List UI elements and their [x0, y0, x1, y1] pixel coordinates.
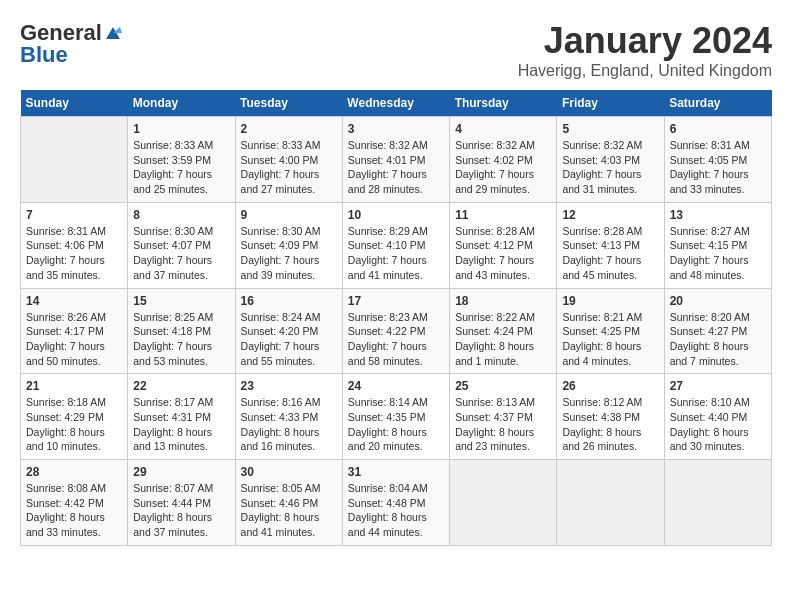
day-number: 2 [241, 122, 337, 136]
calendar-cell [557, 460, 664, 546]
sunrise-text: Sunrise: 8:23 AM [348, 311, 428, 323]
weekday-header-thursday: Thursday [450, 90, 557, 117]
day-info: Sunrise: 8:13 AM Sunset: 4:37 PM Dayligh… [455, 395, 551, 454]
sunset-text: Sunset: 4:13 PM [562, 239, 640, 251]
calendar-cell: 16 Sunrise: 8:24 AM Sunset: 4:20 PM Dayl… [235, 288, 342, 374]
page-header: General Blue January 2024 Haverigg, Engl… [20, 20, 772, 80]
day-number: 15 [133, 294, 229, 308]
sunset-text: Sunset: 4:38 PM [562, 411, 640, 423]
calendar-week-row: 14 Sunrise: 8:26 AM Sunset: 4:17 PM Dayl… [21, 288, 772, 374]
day-info: Sunrise: 8:12 AM Sunset: 4:38 PM Dayligh… [562, 395, 658, 454]
daylight-text: Daylight: 7 hours and 53 minutes. [133, 340, 212, 367]
day-info: Sunrise: 8:24 AM Sunset: 4:20 PM Dayligh… [241, 310, 337, 369]
sunrise-text: Sunrise: 8:05 AM [241, 482, 321, 494]
sunrise-text: Sunrise: 8:32 AM [348, 139, 428, 151]
calendar-cell: 2 Sunrise: 8:33 AM Sunset: 4:00 PM Dayli… [235, 117, 342, 203]
sunrise-text: Sunrise: 8:22 AM [455, 311, 535, 323]
calendar-cell [450, 460, 557, 546]
calendar-week-row: 1 Sunrise: 8:33 AM Sunset: 3:59 PM Dayli… [21, 117, 772, 203]
sunset-text: Sunset: 4:09 PM [241, 239, 319, 251]
sunrise-text: Sunrise: 8:16 AM [241, 396, 321, 408]
daylight-text: Daylight: 7 hours and 27 minutes. [241, 168, 320, 195]
calendar-cell: 20 Sunrise: 8:20 AM Sunset: 4:27 PM Dayl… [664, 288, 771, 374]
sunrise-text: Sunrise: 8:21 AM [562, 311, 642, 323]
day-info: Sunrise: 8:25 AM Sunset: 4:18 PM Dayligh… [133, 310, 229, 369]
weekday-header-sunday: Sunday [21, 90, 128, 117]
day-number: 24 [348, 379, 444, 393]
daylight-text: Daylight: 8 hours and 10 minutes. [26, 426, 105, 453]
sunrise-text: Sunrise: 8:31 AM [26, 225, 106, 237]
sunset-text: Sunset: 4:46 PM [241, 497, 319, 509]
calendar-cell: 26 Sunrise: 8:12 AM Sunset: 4:38 PM Dayl… [557, 374, 664, 460]
daylight-text: Daylight: 8 hours and 13 minutes. [133, 426, 212, 453]
calendar-cell: 6 Sunrise: 8:31 AM Sunset: 4:05 PM Dayli… [664, 117, 771, 203]
calendar-cell: 4 Sunrise: 8:32 AM Sunset: 4:02 PM Dayli… [450, 117, 557, 203]
calendar-cell: 19 Sunrise: 8:21 AM Sunset: 4:25 PM Dayl… [557, 288, 664, 374]
daylight-text: Daylight: 7 hours and 29 minutes. [455, 168, 534, 195]
calendar-cell: 15 Sunrise: 8:25 AM Sunset: 4:18 PM Dayl… [128, 288, 235, 374]
daylight-text: Daylight: 8 hours and 7 minutes. [670, 340, 749, 367]
weekday-header-saturday: Saturday [664, 90, 771, 117]
day-info: Sunrise: 8:33 AM Sunset: 4:00 PM Dayligh… [241, 138, 337, 197]
daylight-text: Daylight: 8 hours and 33 minutes. [26, 511, 105, 538]
calendar-cell: 29 Sunrise: 8:07 AM Sunset: 4:44 PM Dayl… [128, 460, 235, 546]
sunset-text: Sunset: 4:24 PM [455, 325, 533, 337]
day-number: 21 [26, 379, 122, 393]
day-info: Sunrise: 8:14 AM Sunset: 4:35 PM Dayligh… [348, 395, 444, 454]
sunrise-text: Sunrise: 8:10 AM [670, 396, 750, 408]
logo-icon [104, 25, 122, 41]
day-info: Sunrise: 8:33 AM Sunset: 3:59 PM Dayligh… [133, 138, 229, 197]
day-info: Sunrise: 8:17 AM Sunset: 4:31 PM Dayligh… [133, 395, 229, 454]
sunrise-text: Sunrise: 8:31 AM [670, 139, 750, 151]
calendar-cell: 7 Sunrise: 8:31 AM Sunset: 4:06 PM Dayli… [21, 202, 128, 288]
sunset-text: Sunset: 4:12 PM [455, 239, 533, 251]
daylight-text: Daylight: 7 hours and 50 minutes. [26, 340, 105, 367]
sunset-text: Sunset: 3:59 PM [133, 154, 211, 166]
daylight-text: Daylight: 7 hours and 28 minutes. [348, 168, 427, 195]
daylight-text: Daylight: 8 hours and 30 minutes. [670, 426, 749, 453]
sunset-text: Sunset: 4:00 PM [241, 154, 319, 166]
day-number: 28 [26, 465, 122, 479]
day-info: Sunrise: 8:04 AM Sunset: 4:48 PM Dayligh… [348, 481, 444, 540]
weekday-header-tuesday: Tuesday [235, 90, 342, 117]
day-number: 5 [562, 122, 658, 136]
sunset-text: Sunset: 4:03 PM [562, 154, 640, 166]
sunset-text: Sunset: 4:18 PM [133, 325, 211, 337]
day-number: 18 [455, 294, 551, 308]
sunset-text: Sunset: 4:22 PM [348, 325, 426, 337]
day-info: Sunrise: 8:30 AM Sunset: 4:07 PM Dayligh… [133, 224, 229, 283]
daylight-text: Daylight: 7 hours and 33 minutes. [670, 168, 749, 195]
daylight-text: Daylight: 8 hours and 20 minutes. [348, 426, 427, 453]
day-number: 7 [26, 208, 122, 222]
day-number: 13 [670, 208, 766, 222]
sunset-text: Sunset: 4:31 PM [133, 411, 211, 423]
day-info: Sunrise: 8:20 AM Sunset: 4:27 PM Dayligh… [670, 310, 766, 369]
sunset-text: Sunset: 4:02 PM [455, 154, 533, 166]
day-number: 8 [133, 208, 229, 222]
day-info: Sunrise: 8:31 AM Sunset: 4:06 PM Dayligh… [26, 224, 122, 283]
sunset-text: Sunset: 4:29 PM [26, 411, 104, 423]
day-info: Sunrise: 8:32 AM Sunset: 4:03 PM Dayligh… [562, 138, 658, 197]
sunrise-text: Sunrise: 8:17 AM [133, 396, 213, 408]
weekday-header-row: SundayMondayTuesdayWednesdayThursdayFrid… [21, 90, 772, 117]
day-number: 29 [133, 465, 229, 479]
day-info: Sunrise: 8:32 AM Sunset: 4:02 PM Dayligh… [455, 138, 551, 197]
sunrise-text: Sunrise: 8:18 AM [26, 396, 106, 408]
day-number: 3 [348, 122, 444, 136]
sunrise-text: Sunrise: 8:30 AM [133, 225, 213, 237]
day-number: 23 [241, 379, 337, 393]
sunrise-text: Sunrise: 8:32 AM [562, 139, 642, 151]
sunrise-text: Sunrise: 8:27 AM [670, 225, 750, 237]
sunset-text: Sunset: 4:40 PM [670, 411, 748, 423]
calendar-cell: 9 Sunrise: 8:30 AM Sunset: 4:09 PM Dayli… [235, 202, 342, 288]
calendar-cell: 21 Sunrise: 8:18 AM Sunset: 4:29 PM Dayl… [21, 374, 128, 460]
sunrise-text: Sunrise: 8:12 AM [562, 396, 642, 408]
day-number: 14 [26, 294, 122, 308]
calendar-cell: 31 Sunrise: 8:04 AM Sunset: 4:48 PM Dayl… [342, 460, 449, 546]
day-info: Sunrise: 8:18 AM Sunset: 4:29 PM Dayligh… [26, 395, 122, 454]
day-number: 4 [455, 122, 551, 136]
daylight-text: Daylight: 7 hours and 31 minutes. [562, 168, 641, 195]
day-number: 10 [348, 208, 444, 222]
day-info: Sunrise: 8:22 AM Sunset: 4:24 PM Dayligh… [455, 310, 551, 369]
calendar-cell: 12 Sunrise: 8:28 AM Sunset: 4:13 PM Dayl… [557, 202, 664, 288]
